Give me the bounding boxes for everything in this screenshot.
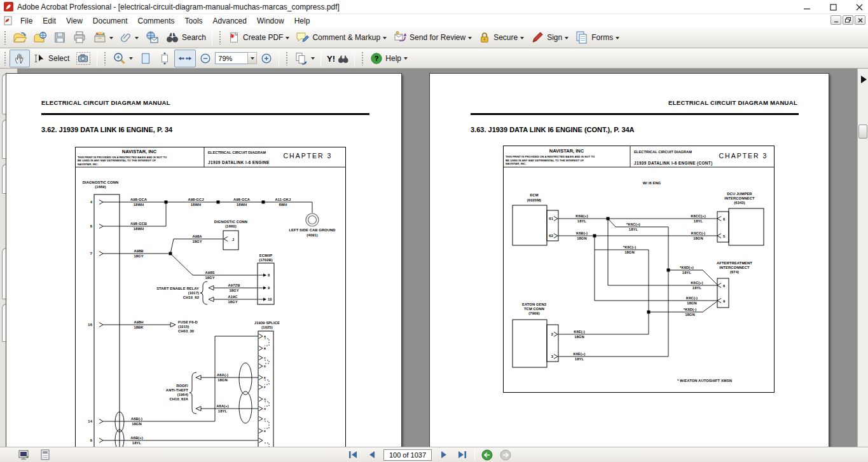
select-tool-button[interactable]: Select xyxy=(30,50,72,67)
fit-page-button[interactable] xyxy=(136,50,155,67)
page-display-button[interactable] xyxy=(291,50,318,67)
snapshot-button[interactable] xyxy=(72,50,94,67)
toolbar-grip[interactable] xyxy=(219,31,222,44)
menu-comments[interactable]: Comments xyxy=(133,15,180,27)
menu-edit[interactable]: Edit xyxy=(38,15,61,27)
svg-text:ROOF/: ROOF/ xyxy=(176,384,188,388)
svg-text:ECM/IP: ECM/IP xyxy=(259,254,273,257)
forms-caret[interactable] xyxy=(616,37,619,41)
sign-button[interactable]: Sign xyxy=(527,29,572,46)
svg-text:K6B(+): K6B(+) xyxy=(575,214,588,218)
previous-view-button[interactable] xyxy=(481,449,493,461)
ground-symbol: LEFT SIDE CAB GROUND (4091) xyxy=(289,214,335,237)
page-display-caret[interactable] xyxy=(311,57,315,62)
next-page-button[interactable] xyxy=(437,449,450,461)
marquee-zoom-button[interactable] xyxy=(109,50,136,67)
maximize-button[interactable] xyxy=(830,4,837,11)
help-label: Help xyxy=(385,54,401,63)
secure-caret[interactable] xyxy=(520,37,524,41)
forms-button[interactable]: Forms xyxy=(572,29,623,46)
minimize-button[interactable] xyxy=(804,4,811,11)
title-block-restriction: NAVISTAR, INC. xyxy=(506,162,526,165)
svg-text:A98-GCJ: A98-GCJ xyxy=(188,198,203,201)
svg-text:FUSE F6-D: FUSE F6-D xyxy=(178,320,198,324)
fit-height-button[interactable] xyxy=(155,50,174,67)
last-page-button[interactable] xyxy=(456,449,469,461)
attach-dropdown-caret[interactable] xyxy=(135,37,139,41)
connector-label: DIAGNOSTIC CONN xyxy=(83,180,119,184)
send-review-caret[interactable] xyxy=(468,37,472,41)
secure-button[interactable]: Secure xyxy=(475,29,527,46)
search-label: Search xyxy=(182,33,206,42)
menu-window[interactable]: Window xyxy=(252,15,289,27)
send-review-button[interactable]: Send for Review xyxy=(390,29,475,46)
hand-tool-button[interactable] xyxy=(10,50,30,67)
help-caret[interactable] xyxy=(404,57,408,62)
toolbar-separator xyxy=(97,50,97,67)
svg-text:18GN: 18GN xyxy=(132,422,142,426)
title-block-restriction: THIS PRINT IS PROVIDED ON A RESTRICTED B… xyxy=(78,156,167,159)
next-view-button[interactable] xyxy=(499,449,512,461)
mdi-minimize-button[interactable] xyxy=(830,15,841,25)
zoom-level-caret[interactable] xyxy=(247,52,257,64)
pane-toggle-button[interactable] xyxy=(859,75,867,84)
zoom-in-button[interactable] xyxy=(257,50,276,67)
organizer-dropdown-caret[interactable] xyxy=(109,37,113,41)
create-pdf-button[interactable]: Create PDF xyxy=(224,29,293,46)
help-button[interactable]: ? Help xyxy=(367,50,411,67)
diagram-frame xyxy=(76,147,346,447)
zoom-tool-caret[interactable] xyxy=(129,57,133,62)
svg-text:18WH: 18WH xyxy=(134,227,144,231)
svg-text:A98A: A98A xyxy=(192,234,202,238)
menu-help[interactable]: Help xyxy=(289,15,315,27)
open-button[interactable] xyxy=(10,29,30,46)
zoom-out-button[interactable] xyxy=(196,50,215,67)
single-page-layout-icon[interactable] xyxy=(39,449,51,461)
page-header: ELECTRICAL CIRCUIT DIAGRAM MANUAL xyxy=(668,99,797,106)
svg-text:18YL: 18YL xyxy=(575,357,584,361)
toolbar-grip[interactable] xyxy=(104,51,107,65)
previous-page-button[interactable] xyxy=(365,449,378,461)
comment-markup-button[interactable]: Comment & Markup xyxy=(293,29,390,46)
yahoo-search-button[interactable]: Y! xyxy=(324,50,352,67)
toolbar-grip[interactable] xyxy=(4,31,7,44)
menu-tools[interactable]: Tools xyxy=(180,15,208,27)
menu-advanced[interactable]: Advanced xyxy=(208,15,252,27)
page-number-field[interactable] xyxy=(383,449,432,461)
svg-text:K6E(-): K6E(-) xyxy=(574,330,585,334)
menu-file[interactable]: File xyxy=(15,15,38,27)
title-block-restriction: THIS PRINT IS PROVIDED ON A RESTRICTED B… xyxy=(506,155,595,158)
toolbar-grip[interactable] xyxy=(361,51,364,65)
email-button[interactable] xyxy=(142,29,162,46)
vertical-scrollbar[interactable] xyxy=(857,69,868,447)
twisted-pair-symbol xyxy=(115,363,252,447)
scrollbar-thumb[interactable] xyxy=(858,125,867,139)
organizer-button[interactable] xyxy=(90,29,116,46)
svg-text:A11-GKJ: A11-GKJ xyxy=(275,198,291,201)
variant-label: W/ I6 ENG xyxy=(643,181,661,185)
create-pdf-icon xyxy=(228,31,240,44)
mdi-restore-button[interactable] xyxy=(843,15,853,25)
comment-markup-caret[interactable] xyxy=(383,37,387,41)
page-header: ELECTRICAL CIRCUIT DIAGRAM MANUAL xyxy=(41,99,170,106)
mdi-close-button[interactable] xyxy=(855,15,865,25)
search-button[interactable]: Search xyxy=(162,29,209,46)
reading-mode-icon[interactable] xyxy=(18,449,31,461)
svg-text:9: 9 xyxy=(723,299,726,303)
save-button[interactable] xyxy=(50,29,69,46)
menu-view[interactable]: View xyxy=(61,15,88,27)
svg-text:(6020M): (6020M) xyxy=(527,198,541,202)
close-button[interactable] xyxy=(856,4,863,11)
zoom-level-field[interactable] xyxy=(215,52,248,64)
svg-text:18GN: 18GN xyxy=(685,313,695,316)
open-web-button[interactable] xyxy=(30,29,50,46)
menu-document[interactable]: Document xyxy=(88,15,133,27)
toolbar-grip[interactable] xyxy=(286,51,289,65)
create-pdf-caret[interactable] xyxy=(286,37,289,41)
attach-button[interactable] xyxy=(116,29,142,46)
first-page-button[interactable] xyxy=(347,449,359,461)
fit-width-button[interactable] xyxy=(174,50,196,67)
sign-caret[interactable] xyxy=(565,37,568,41)
toolbar-grip[interactable] xyxy=(4,51,7,65)
print-button[interactable] xyxy=(69,29,90,46)
